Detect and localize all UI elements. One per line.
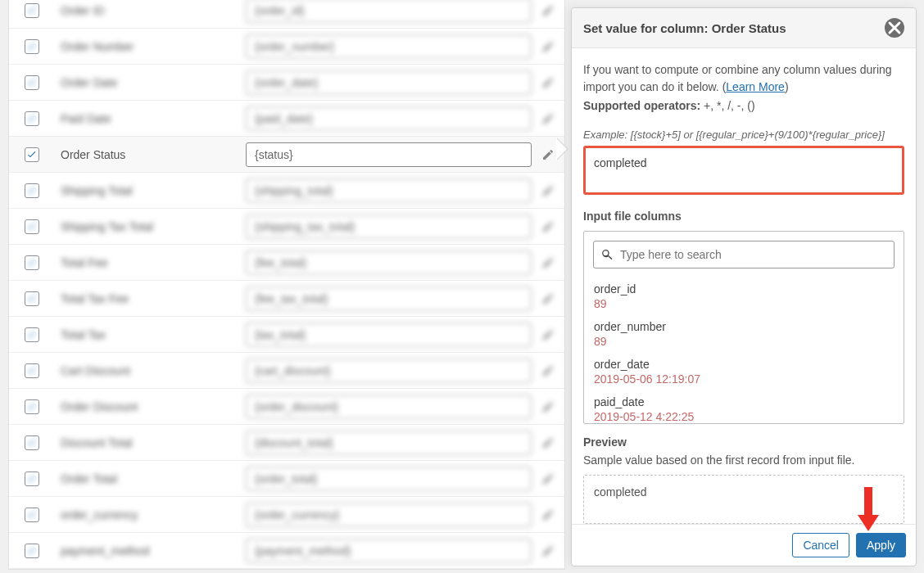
mapping-row-checkbox-cell	[9, 3, 54, 18]
mapping-row-checkbox[interactable]	[25, 471, 39, 486]
mapping-row-value[interactable]: {shipping_total}	[246, 178, 532, 203]
mapping-row-name: Discount Total	[54, 436, 242, 449]
pencil-icon[interactable]	[541, 184, 555, 197]
mapping-row-value[interactable]: {payment_method}	[246, 539, 532, 563]
mapping-row-value-cell: {shipping_tax_total}	[242, 214, 564, 239]
pencil-icon[interactable]	[541, 220, 555, 233]
expression-input[interactable]	[586, 148, 902, 178]
mapping-row-value[interactable]: {fee_tax_total}	[246, 286, 532, 311]
column-item[interactable]: order_date2019-05-06 12:19:07	[594, 353, 894, 390]
mapping-row-name: Order Number	[54, 40, 242, 53]
column-item[interactable]: paid_date2019-05-12 4:22:25	[594, 390, 894, 423]
pencil-icon[interactable]	[541, 400, 555, 413]
mapping-row-checkbox[interactable]	[25, 147, 39, 162]
column-list: order_id89order_number89order_date2019-0…	[584, 277, 904, 423]
mapping-row-value[interactable]: {order_number}	[246, 34, 532, 59]
column-key: paid_date	[594, 395, 894, 408]
input-columns-heading: Input file columns	[583, 210, 904, 223]
mapping-row-checkbox-cell	[9, 111, 54, 126]
mapping-row-name: Order Date	[54, 76, 242, 89]
mapping-row-value[interactable]: {tax_total}	[246, 323, 532, 347]
column-search-input[interactable]	[620, 248, 887, 261]
mapping-row-value[interactable]: {order_discount}	[246, 395, 532, 419]
mapping-row-name: payment_method	[54, 544, 242, 557]
mapping-row-value[interactable]: {cart_discount}	[246, 359, 532, 383]
column-item[interactable]: order_id89	[594, 277, 894, 315]
mapping-row-checkbox[interactable]	[25, 255, 39, 270]
pencil-icon[interactable]	[541, 148, 555, 161]
mapping-row-checkbox[interactable]	[25, 399, 39, 414]
mapping-row-checkbox-cell	[9, 544, 54, 558]
mapping-row-checkbox[interactable]	[25, 435, 39, 450]
mapping-row-value[interactable]: {discount_total}	[246, 431, 532, 455]
mapping-row-checkbox[interactable]	[25, 183, 39, 198]
mapping-row-value[interactable]: {order_currency}	[246, 503, 532, 527]
column-sample: 89	[594, 297, 894, 310]
mapping-row: Total Tax{tax_total}	[9, 317, 564, 353]
input-columns-box: order_id89order_number89order_date2019-0…	[583, 231, 904, 424]
mapping-row-checkbox[interactable]	[25, 219, 39, 234]
mapping-row-value-cell: {order_currency}	[242, 503, 564, 527]
mapping-row-name: Total Fee	[54, 256, 242, 269]
column-sample: 89	[594, 335, 894, 348]
mapping-row-checkbox[interactable]	[25, 39, 39, 54]
mapping-row-checkbox[interactable]	[25, 75, 39, 90]
pencil-icon[interactable]	[541, 544, 555, 557]
pencil-icon[interactable]	[541, 292, 555, 305]
mapping-row: Discount Total{discount_total}	[9, 425, 564, 461]
mapping-row-value-cell: {order_number}	[242, 34, 564, 59]
learn-more-link[interactable]: Learn More	[726, 80, 785, 93]
mapping-row-checkbox-cell	[9, 183, 54, 198]
pencil-icon[interactable]	[541, 4, 555, 17]
mapping-row-checkbox[interactable]	[25, 363, 39, 378]
pencil-icon[interactable]	[541, 328, 555, 341]
mapping-row-checkbox-cell	[9, 399, 54, 414]
mapping-row-checkbox-cell	[9, 327, 54, 342]
pencil-icon[interactable]	[541, 364, 555, 377]
mapping-row-checkbox[interactable]	[25, 544, 39, 558]
mapping-row-value[interactable]: {order_id}	[246, 0, 532, 23]
mapping-row-checkbox[interactable]	[25, 291, 39, 306]
mapping-row-checkbox[interactable]	[25, 111, 39, 126]
example-label: Example:	[583, 129, 631, 141]
pencil-icon[interactable]	[541, 508, 555, 521]
mapping-row-checkbox-cell	[9, 363, 54, 378]
column-search[interactable]	[593, 241, 895, 268]
mapping-row-value[interactable]: {shipping_tax_total}	[246, 214, 532, 239]
pencil-icon[interactable]	[541, 112, 555, 125]
mapping-row-name: Cart Discount	[54, 364, 242, 377]
cancel-button[interactable]: Cancel	[792, 533, 849, 557]
mapping-row-value[interactable]: {status}	[246, 142, 532, 167]
active-row-notch	[557, 138, 572, 160]
pencil-icon[interactable]	[541, 40, 555, 53]
mapping-row-value[interactable]: {order_date}	[246, 70, 532, 95]
mapping-row-checkbox-cell	[9, 435, 54, 450]
pencil-icon[interactable]	[541, 256, 555, 269]
panel-header: Set value for column: Order Status	[572, 8, 916, 48]
pencil-icon[interactable]	[541, 436, 555, 449]
pencil-icon[interactable]	[541, 76, 555, 89]
mapping-row-checkbox[interactable]	[25, 327, 39, 342]
example-line: Example: [{stock}+5] or [{regular_price}…	[583, 129, 904, 141]
close-icon[interactable]	[885, 18, 904, 38]
mapping-row-value[interactable]: {fee_total}	[246, 250, 532, 275]
mapping-row-name: order_currency	[54, 508, 242, 521]
mapping-row-name: Order Status	[54, 148, 242, 161]
apply-button[interactable]: Apply	[856, 533, 906, 557]
pencil-icon[interactable]	[541, 472, 555, 485]
panel-body: If you want to compute or combine any co…	[572, 48, 916, 524]
column-key: order_id	[594, 282, 894, 296]
preview-box: completed	[583, 475, 904, 524]
column-item[interactable]: order_number89	[594, 315, 894, 353]
mapping-row: Total Tax Fee{fee_tax_total}	[9, 281, 564, 317]
mapping-row-checkbox-cell	[9, 39, 54, 54]
mapping-row-value-cell: {fee_tax_total}	[242, 286, 564, 311]
mapping-row-value[interactable]: {order_total}	[246, 467, 532, 491]
mapping-row-value-cell: {order_total}	[242, 467, 564, 491]
preview-heading: Preview	[583, 435, 904, 449]
mapping-row-checkbox[interactable]	[25, 3, 39, 18]
mapping-row-checkbox[interactable]	[25, 508, 39, 522]
mapping-row-value[interactable]: {paid_date}	[246, 106, 532, 131]
mapping-row-checkbox-cell	[9, 471, 54, 486]
panel-footer: Cancel Apply	[572, 524, 916, 566]
